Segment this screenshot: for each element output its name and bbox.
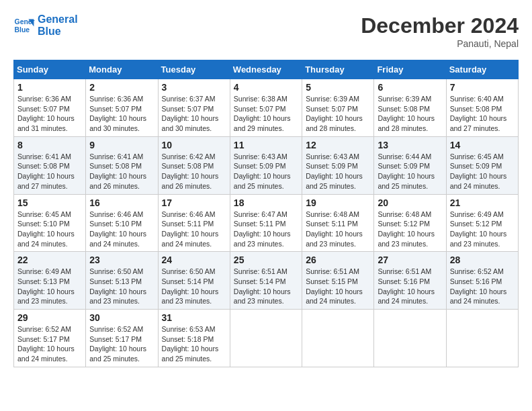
calendar-table: SundayMondayTuesdayWednesdayThursdayFrid… — [13, 60, 519, 367]
calendar-cell: 5Sunrise: 6:39 AM Sunset: 5:07 PM Daylig… — [302, 79, 374, 137]
cell-info: Sunrise: 6:37 AM Sunset: 5:07 PM Dayligh… — [162, 94, 226, 134]
weekday-thursday: Thursday — [302, 60, 374, 79]
cell-day-number: 30 — [89, 312, 154, 323]
calendar-cell: 29Sunrise: 6:52 AM Sunset: 5:17 PM Dayli… — [14, 310, 86, 367]
weekday-sunday: Sunday — [14, 60, 86, 79]
cell-day-number: 16 — [89, 197, 154, 208]
calendar-cell: 14Sunrise: 6:45 AM Sunset: 5:09 PM Dayli… — [446, 136, 518, 194]
cell-day-number: 21 — [450, 197, 515, 208]
cell-day-number: 18 — [234, 197, 298, 208]
cell-day-number: 20 — [378, 197, 442, 208]
cell-info: Sunrise: 6:51 AM Sunset: 5:15 PM Dayligh… — [306, 267, 370, 306]
logo-blue: Blue — [38, 26, 78, 38]
weekday-wednesday: Wednesday — [230, 60, 302, 79]
week-row-1: 1Sunrise: 6:36 AM Sunset: 5:07 PM Daylig… — [14, 79, 519, 137]
calendar-cell — [230, 310, 302, 367]
cell-day-number: 19 — [306, 197, 370, 208]
cell-info: Sunrise: 6:53 AM Sunset: 5:18 PM Dayligh… — [162, 324, 226, 364]
calendar-cell: 18Sunrise: 6:47 AM Sunset: 5:11 PM Dayli… — [230, 194, 302, 252]
cell-day-number: 13 — [378, 140, 442, 150]
calendar-cell: 28Sunrise: 6:52 AM Sunset: 5:16 PM Dayli… — [446, 252, 518, 310]
cell-info: Sunrise: 6:51 AM Sunset: 5:16 PM Dayligh… — [378, 267, 442, 306]
cell-day-number: 9 — [89, 140, 154, 150]
calendar-cell: 20Sunrise: 6:48 AM Sunset: 5:12 PM Dayli… — [374, 194, 446, 252]
cell-info: Sunrise: 6:46 AM Sunset: 5:11 PM Dayligh… — [162, 210, 226, 249]
calendar-cell: 24Sunrise: 6:50 AM Sunset: 5:14 PM Dayli… — [158, 252, 230, 310]
cell-day-number: 22 — [17, 255, 82, 265]
cell-day-number: 11 — [234, 140, 298, 150]
calendar-cell: 19Sunrise: 6:48 AM Sunset: 5:11 PM Dayli… — [302, 194, 374, 252]
calendar-cell: 26Sunrise: 6:51 AM Sunset: 5:15 PM Dayli… — [302, 252, 374, 310]
cell-info: Sunrise: 6:49 AM Sunset: 5:12 PM Dayligh… — [450, 210, 515, 249]
cell-info: Sunrise: 6:39 AM Sunset: 5:07 PM Dayligh… — [306, 94, 370, 134]
cell-day-number: 27 — [378, 255, 442, 265]
cell-day-number: 17 — [162, 197, 226, 208]
cell-info: Sunrise: 6:51 AM Sunset: 5:14 PM Dayligh… — [234, 267, 298, 306]
calendar-cell: 7Sunrise: 6:40 AM Sunset: 5:08 PM Daylig… — [446, 79, 518, 137]
cell-info: Sunrise: 6:50 AM Sunset: 5:14 PM Dayligh… — [162, 267, 226, 306]
calendar-cell: 2Sunrise: 6:36 AM Sunset: 5:07 PM Daylig… — [86, 79, 158, 137]
cell-info: Sunrise: 6:44 AM Sunset: 5:09 PM Dayligh… — [378, 152, 442, 191]
cell-day-number: 5 — [306, 82, 370, 93]
calendar-cell: 10Sunrise: 6:42 AM Sunset: 5:08 PM Dayli… — [158, 136, 230, 194]
calendar-cell — [302, 310, 374, 367]
cell-info: Sunrise: 6:52 AM Sunset: 5:17 PM Dayligh… — [89, 324, 154, 364]
calendar-cell: 4Sunrise: 6:38 AM Sunset: 5:07 PM Daylig… — [230, 79, 302, 137]
calendar-cell: 9Sunrise: 6:41 AM Sunset: 5:08 PM Daylig… — [86, 136, 158, 194]
calendar-cell — [374, 310, 446, 367]
calendar-cell: 8Sunrise: 6:41 AM Sunset: 5:08 PM Daylig… — [14, 136, 86, 194]
calendar-cell: 23Sunrise: 6:50 AM Sunset: 5:13 PM Dayli… — [86, 252, 158, 310]
cell-info: Sunrise: 6:36 AM Sunset: 5:07 PM Dayligh… — [89, 94, 154, 134]
cell-day-number: 6 — [378, 82, 442, 93]
cell-info: Sunrise: 6:39 AM Sunset: 5:08 PM Dayligh… — [378, 94, 442, 134]
cell-day-number: 29 — [17, 312, 82, 323]
calendar-cell: 6Sunrise: 6:39 AM Sunset: 5:08 PM Daylig… — [374, 79, 446, 137]
weekday-monday: Monday — [86, 60, 158, 79]
calendar-cell: 31Sunrise: 6:53 AM Sunset: 5:18 PM Dayli… — [158, 310, 230, 367]
calendar-body: 1Sunrise: 6:36 AM Sunset: 5:07 PM Daylig… — [14, 79, 519, 367]
cell-day-number: 24 — [162, 255, 226, 265]
title-block: December 2024 Panauti, Nepal — [361, 13, 519, 49]
cell-info: Sunrise: 6:43 AM Sunset: 5:09 PM Dayligh… — [234, 152, 298, 191]
weekday-friday: Friday — [374, 60, 446, 79]
cell-day-number: 3 — [162, 82, 226, 93]
calendar-cell: 12Sunrise: 6:43 AM Sunset: 5:09 PM Dayli… — [302, 136, 374, 194]
cell-day-number: 15 — [17, 197, 82, 208]
svg-text:Blue: Blue — [15, 26, 30, 34]
calendar-cell: 16Sunrise: 6:46 AM Sunset: 5:10 PM Dayli… — [86, 194, 158, 252]
cell-day-number: 8 — [17, 140, 82, 150]
calendar-cell: 27Sunrise: 6:51 AM Sunset: 5:16 PM Dayli… — [374, 252, 446, 310]
week-row-2: 8Sunrise: 6:41 AM Sunset: 5:08 PM Daylig… — [14, 136, 519, 194]
page-header: General Blue General Blue December 2024 … — [13, 13, 519, 49]
calendar-cell: 21Sunrise: 6:49 AM Sunset: 5:12 PM Dayli… — [446, 194, 518, 252]
cell-day-number: 28 — [450, 255, 515, 265]
logo-icon: General Blue — [13, 15, 35, 36]
cell-info: Sunrise: 6:52 AM Sunset: 5:16 PM Dayligh… — [450, 267, 515, 306]
calendar-cell: 25Sunrise: 6:51 AM Sunset: 5:14 PM Dayli… — [230, 252, 302, 310]
cell-info: Sunrise: 6:50 AM Sunset: 5:13 PM Dayligh… — [89, 267, 154, 306]
cell-info: Sunrise: 6:45 AM Sunset: 5:09 PM Dayligh… — [450, 152, 515, 191]
week-row-5: 29Sunrise: 6:52 AM Sunset: 5:17 PM Dayli… — [14, 310, 519, 367]
cell-day-number: 31 — [162, 312, 226, 323]
calendar-cell: 15Sunrise: 6:45 AM Sunset: 5:10 PM Dayli… — [14, 194, 86, 252]
cell-info: Sunrise: 6:43 AM Sunset: 5:09 PM Dayligh… — [306, 152, 370, 191]
cell-info: Sunrise: 6:48 AM Sunset: 5:12 PM Dayligh… — [378, 210, 442, 249]
week-row-4: 22Sunrise: 6:49 AM Sunset: 5:13 PM Dayli… — [14, 252, 519, 310]
calendar-cell: 13Sunrise: 6:44 AM Sunset: 5:09 PM Dayli… — [374, 136, 446, 194]
cell-info: Sunrise: 6:46 AM Sunset: 5:10 PM Dayligh… — [89, 210, 154, 249]
logo: General Blue General Blue — [13, 13, 78, 38]
cell-info: Sunrise: 6:47 AM Sunset: 5:11 PM Dayligh… — [234, 210, 298, 249]
cell-day-number: 2 — [89, 82, 154, 93]
cell-info: Sunrise: 6:40 AM Sunset: 5:08 PM Dayligh… — [450, 94, 515, 134]
calendar-cell: 3Sunrise: 6:37 AM Sunset: 5:07 PM Daylig… — [158, 79, 230, 137]
cell-info: Sunrise: 6:52 AM Sunset: 5:17 PM Dayligh… — [17, 324, 82, 364]
location: Panauti, Nepal — [361, 38, 519, 49]
calendar-cell: 1Sunrise: 6:36 AM Sunset: 5:07 PM Daylig… — [14, 79, 86, 137]
calendar-cell — [446, 310, 518, 367]
cell-info: Sunrise: 6:45 AM Sunset: 5:10 PM Dayligh… — [17, 210, 82, 249]
cell-info: Sunrise: 6:48 AM Sunset: 5:11 PM Dayligh… — [306, 210, 370, 249]
weekday-tuesday: Tuesday — [158, 60, 230, 79]
weekday-header-row: SundayMondayTuesdayWednesdayThursdayFrid… — [14, 60, 519, 79]
cell-day-number: 26 — [306, 255, 370, 265]
cell-day-number: 25 — [234, 255, 298, 265]
